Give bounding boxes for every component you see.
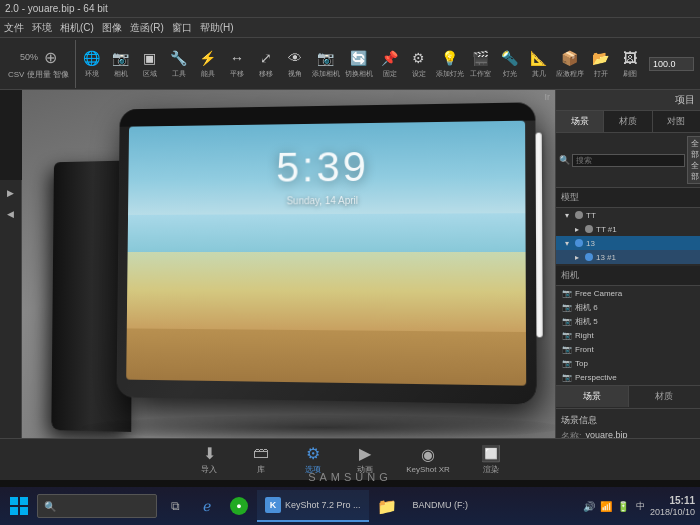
zoom-section: 50% ⊕ CSV 使用量 智像 [4,40,76,88]
ipad-beach [127,252,526,332]
library-label: 库 [257,464,265,475]
search-icon: 🔍 [559,155,570,165]
bottom-btn-library[interactable]: 🗃 库 [250,444,272,475]
addcam-icon: 📷 [316,48,336,68]
taskbar-folder-icon[interactable]: 📁 [373,492,401,520]
animate-icon: ▶ [354,444,376,462]
toolbar-btn-addlight[interactable]: 💡 添加灯光 [434,46,466,81]
taskbar-ie-icon[interactable]: ℯ [193,492,221,520]
tab-material[interactable]: 材质 [604,111,652,132]
tab-scene[interactable]: 场景 [556,111,604,132]
taskbar-keyshot-app[interactable]: K KeyShot 7.2 Pro ... [257,490,369,522]
import-label: 导入 [201,464,217,475]
taskbar-network-icon[interactable]: 📶 [600,501,612,512]
addlight-icon: 💡 [440,48,460,68]
taskbar-lang[interactable]: 中 [636,500,645,513]
zoom-label: 50% [20,52,38,62]
taskbar-right: 🔊 📶 🔋 中 15:11 2018/10/10 [583,494,695,519]
taskbar-green-app[interactable]: ● [225,492,253,520]
toolbar-btn-region[interactable]: ▣ 区域 [136,46,164,81]
apple-pencil [536,133,543,338]
bottom-btn-import[interactable]: ⬇ 导入 [198,444,220,475]
cam-icon-5: 📷 [561,315,573,327]
tree-item-13[interactable]: ▾ 13 [556,236,700,250]
bottom-btn-keyshot-xr[interactable]: ◉ KeyShot XR [406,445,450,474]
render-quality-input[interactable] [649,57,694,71]
menu-window[interactable]: 窗口 [172,21,192,35]
taskbar-start[interactable] [5,492,33,520]
cam-label-front: Front [575,345,594,354]
tree-item-camright[interactable]: 📷 Right [556,328,700,342]
menu-help[interactable]: 帮助(H) [200,21,234,35]
bottom-btn-render2[interactable]: 🔲 渲染 [480,444,502,475]
toolbar-btn-env[interactable]: 🌐 环境 [78,46,106,81]
taskbar-task-view[interactable]: ⧉ [161,492,189,520]
toolbar: 50% ⊕ CSV 使用量 智像 🌐 环境 📷 相机 ▣ [0,38,700,90]
tree-icon-TT1: ▸ [571,223,583,235]
toolbar-btn-addcam[interactable]: 📷 添加相机 [310,46,342,81]
left-panel: ▶ ◀ [0,180,22,480]
tree-item-cam5[interactable]: 📷 相机 5 [556,314,700,328]
ipad-render: 5:39 Sunday, 14 April [52,100,555,430]
toolbar-btn-能具[interactable]: ⚡ 能具 [194,46,222,81]
taskbar-volume-icon[interactable]: 🔊 [583,501,595,512]
toolbar-btn-set[interactable]: ⚙ 设定 [405,46,433,81]
toolbar-btn-studio[interactable]: 🎬 工作室 [467,46,495,81]
samsung-label: SAMSUNG [308,471,392,483]
render2-icon: 🔲 [480,444,502,462]
tab-env2[interactable]: 对图 [653,111,700,132]
models-section-title: 模型 [556,188,700,208]
windows-icon [10,497,28,515]
toolbar-btn-geo[interactable]: 📐 其几 [525,46,553,81]
panel-bottom-tab-scene[interactable]: 场景 [556,386,629,407]
toolbar-btn-camera[interactable]: 📷 相机 [107,46,135,81]
toolbar-btn-render[interactable]: 🖼 刷图 [616,46,644,81]
toolbar-btn-pan[interactable]: ↔ 平移 [223,46,251,81]
scene-search-input[interactable] [572,154,685,167]
scene-search-btn[interactable]: 全部全部 [687,136,700,184]
tree-dot-13-1 [585,253,593,261]
tree-dot-13 [575,239,583,247]
cam-label-persp: Perspective [575,373,617,382]
toolbar-btn-open[interactable]: 📂 打开 [587,46,615,81]
taskbar-search[interactable]: 🔍 [37,494,157,518]
menu-image[interactable]: 图像 [102,21,122,35]
panel-tabs: 场景 材质 对图 [556,111,700,133]
import-icon: ⬇ [198,444,220,462]
viewport[interactable]: Ir [22,90,555,450]
toolbar-btn-tool[interactable]: 🔧 工具 [165,46,193,81]
taskbar-battery-icon[interactable]: 🔋 [617,501,629,512]
tree-item-perspective[interactable]: 📷 Perspective [556,370,700,384]
app-icon: 📦 [560,48,580,68]
cam-label-right: Right [575,331,594,340]
menu-camera[interactable]: 相机(C) [60,21,94,35]
tree-item-camfront[interactable]: 📷 Front [556,342,700,356]
menu-file[interactable]: 文件 [4,21,24,35]
svg-rect-2 [10,507,18,515]
toolbar-btn-light[interactable]: 🔦 灯光 [496,46,524,81]
tree-item-freecam[interactable]: 📷 Free Camera [556,286,700,300]
options-icon: ⚙ [302,444,324,462]
taskbar-time: 15:11 [650,494,695,507]
toolbar-btn-fix[interactable]: 📌 固定 [376,46,404,81]
toolbar-btn-app[interactable]: 📦 应激程序 [554,46,586,81]
tree-item-13-1[interactable]: ▸ 13 #1 [556,250,700,264]
studio-icon: 🎬 [471,48,491,68]
tree-item-TT[interactable]: ▾ TT [556,208,700,222]
tree-item-camtop[interactable]: 📷 Top [556,356,700,370]
tree-item-cam6[interactable]: 📷 相机 6 [556,300,700,314]
menu-造[interactable]: 造函(R) [130,21,164,35]
toolbar-btn-switchcam[interactable]: 🔄 切换相机 [343,46,375,81]
left-btn-1[interactable]: ▶ [2,184,20,202]
render-icon: 🖼 [620,48,640,68]
toolbar-btn-view[interactable]: 👁 视角 [281,46,309,81]
tree-item-TT1[interactable]: ▸ TT #1 [556,222,700,236]
menu-env[interactable]: 环境 [32,21,52,35]
toolbar-btn-move[interactable]: ⤢ 移移 [252,46,280,81]
taskbar: 🔍 ⧉ ℯ ● K KeyShot 7.2 Pro ... 📁 BANDMU (… [0,487,700,525]
taskbar-clock: 15:11 2018/10/10 [650,494,695,519]
taskbar-bandmu-app[interactable]: BANDMU (F:) [405,490,477,522]
panel-bottom-tab-material[interactable]: 材质 [629,386,701,407]
left-btn-2[interactable]: ◀ [2,205,20,223]
tree-expand-13: ▾ [561,237,573,249]
